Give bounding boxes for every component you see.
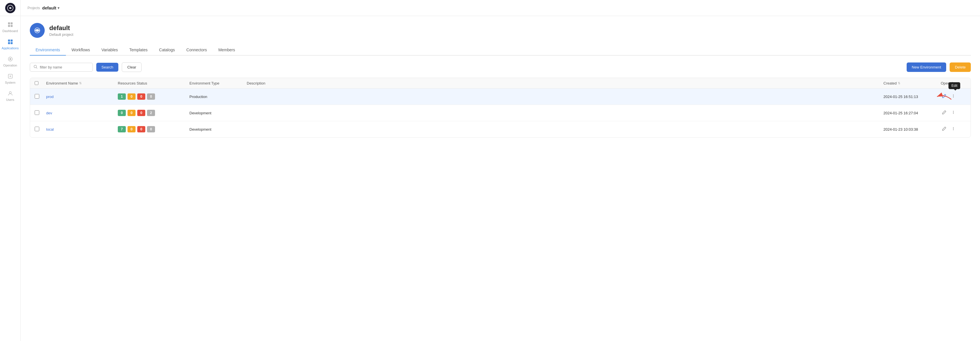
th-type: Environment Type [185,81,242,85]
th-type-label: Environment Type [189,81,220,85]
edit-tooltip: Edit [948,82,960,89]
project-info: default Default project [49,24,73,37]
th-name: Environment Name ⇅ [41,81,113,85]
svg-point-25 [953,97,954,97]
svg-rect-5 [11,25,13,27]
applications-icon [7,38,14,45]
svg-point-1 [10,7,11,9]
chevron-down-icon: ▾ [57,6,59,10]
svg-rect-8 [8,42,10,44]
row-checkbox-prod[interactable] [35,94,39,99]
tab-members[interactable]: Members [213,45,241,56]
td-actions-prod: Edit [936,92,970,100]
edit-button-prod[interactable] [941,92,948,100]
td-actions-local [936,125,970,133]
th-created: Created ⇅ [879,81,936,85]
sidebar-dashboard-label: Dashboard [3,29,18,33]
row-checkbox-local[interactable] [35,127,39,131]
more-button-prod[interactable] [950,92,957,100]
search-input[interactable] [40,65,86,69]
toolbar: Search Clear New Environment Delete [30,62,971,72]
sidebar-item-applications[interactable]: Applications [0,35,20,53]
users-icon [7,90,14,97]
more-button-local[interactable] [950,125,957,133]
sidebar-users-label: Users [6,98,14,102]
badge-green-prod: 1 [118,93,126,100]
edit-button-local[interactable] [941,125,948,133]
td-created-prod: 2024-01-25 16:51:13 [879,94,936,99]
environments-table: Environment Name ⇅ Resources Status Envi… [30,78,971,137]
tab-variables[interactable]: Variables [96,45,124,56]
table-row: prod 1 0 0 0 Production 2024-01-25 16:51… [30,89,970,105]
sidebar-item-system[interactable]: System [0,70,20,87]
td-created-dev: 2024-01-25 16:27:04 [879,111,936,115]
project-title: default [49,24,73,32]
table-header: Environment Name ⇅ Resources Status Envi… [30,78,970,89]
svg-point-28 [953,113,954,114]
td-name-dev[interactable]: dev [41,111,113,115]
svg-point-29 [953,127,954,128]
td-name-prod[interactable]: prod [41,94,113,99]
tab-catalogs[interactable]: Catalogs [153,45,181,56]
new-environment-button[interactable]: New Environment [907,62,947,72]
select-all-checkbox[interactable] [35,81,38,85]
th-status: Resources Status [113,81,185,85]
th-description: Description [242,81,879,85]
status-badges-local: 7 0 0 0 [118,126,180,132]
td-name-local[interactable]: local [41,127,113,132]
search-icon [33,65,38,70]
svg-rect-4 [8,25,10,27]
td-type-local: Development [185,127,242,132]
badge-red-prod: 0 [137,93,145,100]
delete-button[interactable]: Delete [950,62,971,72]
tab-bar: Environments Workflows Variables Templat… [30,45,971,56]
th-name-label: Environment Name [46,81,78,85]
td-status-local: 7 0 0 0 [113,126,185,132]
row-actions-dev [941,109,966,117]
td-type-dev: Development [185,111,242,115]
svg-line-21 [37,68,38,69]
badge-green-dev: 0 [118,110,126,116]
svg-rect-7 [11,40,13,41]
th-status-label: Resources Status [118,81,147,85]
td-checkbox-prod [30,94,41,99]
tab-templates[interactable]: Templates [124,45,153,56]
td-status-prod: 1 0 0 0 [113,93,185,100]
sort-created-icon[interactable]: ⇅ [898,81,900,85]
content-area: default Default project Environments Wor… [21,16,980,341]
project-subtitle: Default project [49,32,73,37]
projects-label: Projects [27,6,40,10]
svg-rect-2 [8,22,10,24]
clear-button[interactable]: Clear [122,62,142,72]
tab-environments[interactable]: Environments [30,45,66,56]
badge-orange-dev: 0 [127,110,135,116]
main-content: Projects default ▾ default Default proje… [21,0,980,341]
svg-point-17 [9,92,11,94]
operation-icon [7,56,14,62]
tab-connectors[interactable]: Connectors [181,45,213,56]
td-checkbox-dev [30,110,41,116]
sidebar-item-dashboard[interactable]: Dashboard [0,18,20,35]
tab-workflows[interactable]: Workflows [66,45,96,56]
project-icon [30,23,45,38]
th-checkbox [30,81,41,85]
sidebar-item-users[interactable]: Users [0,87,20,104]
td-created-local: 2024-01-23 10:03:38 [879,127,936,132]
logo[interactable] [0,0,21,16]
more-button-dev[interactable] [950,109,957,117]
sidebar-item-operation[interactable]: Operation [0,53,20,70]
svg-point-31 [953,129,954,130]
table-row: dev 0 0 0 2 Development 2024-01-25 16:27… [30,105,970,121]
project-header: default Default project [30,23,971,38]
row-checkbox-dev[interactable] [35,110,39,115]
search-button[interactable]: Search [96,63,118,72]
project-selector[interactable]: default ▾ [42,5,59,10]
sort-name-icon[interactable]: ⇅ [79,81,82,85]
badge-gray-local: 0 [147,126,155,132]
sidebar: Dashboard Applications Operation [0,0,21,341]
table-row: local 7 0 0 0 Development 2024-01-23 10:… [30,121,970,137]
edit-button-dev[interactable] [941,109,948,117]
search-wrapper [30,63,93,72]
td-actions-dev [936,109,970,117]
svg-point-26 [953,111,954,112]
